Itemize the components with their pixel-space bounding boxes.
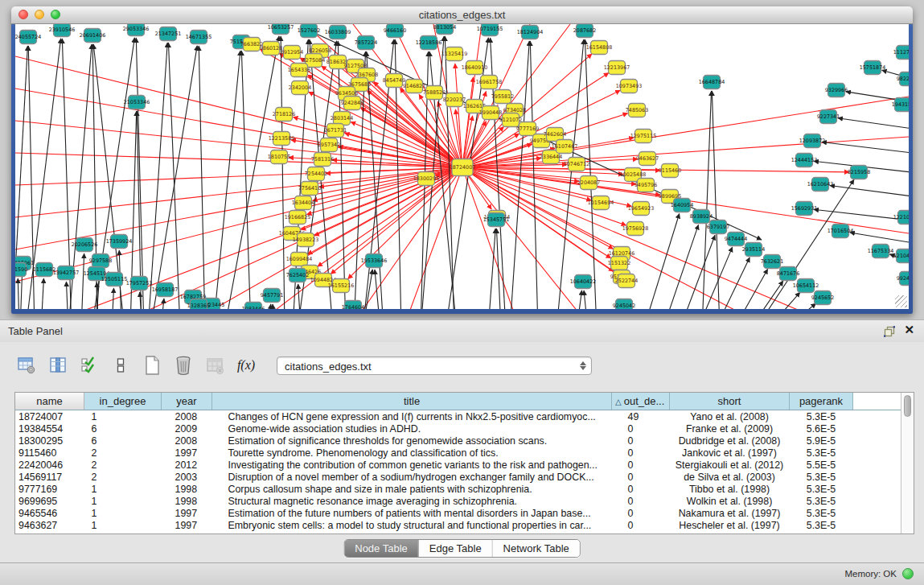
cell-title[interactable]: Changes of HCN gene expression and I(f) … bbox=[212, 410, 612, 423]
table-row[interactable]: 1938455462009Genome-wide association stu… bbox=[15, 422, 901, 435]
cell-title[interactable]: Investigating the contribution of common… bbox=[212, 459, 612, 471]
cell-year[interactable]: 1997 bbox=[162, 507, 212, 519]
cell-out_degree[interactable]: 0 bbox=[612, 507, 670, 519]
cell-year[interactable]: 1998 bbox=[162, 483, 212, 495]
cell-in_degree[interactable]: 1 bbox=[84, 495, 162, 507]
table-row[interactable]: 1872400712008Changes of HCN gene express… bbox=[15, 410, 901, 423]
cell-title[interactable]: Tourette syndrome. Phenomenology and cla… bbox=[212, 447, 612, 459]
cell-name[interactable]: 9115460 bbox=[15, 447, 84, 459]
node-table[interactable]: namein_degreeyeartitle△out_de...shortpag… bbox=[15, 393, 901, 531]
cell-pagerank[interactable]: 5.3E-5 bbox=[790, 483, 853, 495]
cell-year[interactable]: 2009 bbox=[162, 422, 212, 435]
table-row[interactable]: 2242004622012Investigating the contribut… bbox=[15, 459, 901, 471]
cell-name[interactable]: 18724007 bbox=[15, 410, 84, 423]
column-header-title[interactable]: title bbox=[212, 393, 612, 410]
cell-in_degree[interactable]: 2 bbox=[84, 459, 162, 471]
float-panel-icon[interactable] bbox=[884, 326, 895, 337]
cell-short[interactable]: Tibbo et al. (1998) bbox=[670, 483, 790, 495]
cell-title[interactable]: Genome-wide association studies in ADHD. bbox=[212, 422, 612, 435]
tab-node-table[interactable]: Node Table bbox=[344, 540, 419, 557]
column-header-name[interactable]: name bbox=[15, 393, 84, 410]
column-header-in_degree[interactable]: in_degree bbox=[84, 393, 162, 410]
cell-short[interactable]: Nakamura et al. (1997) bbox=[670, 507, 790, 519]
cell-out_degree[interactable]: 0 bbox=[612, 519, 670, 531]
cell-title[interactable]: Corpus callosum shape and size in male p… bbox=[212, 483, 612, 495]
table-vertical-scrollbar[interactable] bbox=[901, 393, 914, 534]
cell-name[interactable]: 9463627 bbox=[15, 519, 84, 531]
cell-year[interactable]: 1998 bbox=[162, 495, 212, 507]
cell-in_degree[interactable]: 2 bbox=[84, 471, 162, 483]
table-row[interactable]: 946362711997Embryonic stem cells: a mode… bbox=[15, 519, 901, 531]
cell-pagerank[interactable]: 5.3E-5 bbox=[790, 507, 853, 519]
cell-in_degree[interactable]: 2 bbox=[84, 447, 162, 459]
cell-short[interactable]: Dudbridge et al. (2008) bbox=[670, 435, 790, 447]
cell-pagerank[interactable]: 5.5E-5 bbox=[790, 459, 853, 471]
row-mode-icon[interactable] bbox=[110, 355, 131, 376]
cell-pagerank[interactable]: 5.3E-5 bbox=[790, 495, 853, 507]
cell-pagerank[interactable]: 5.3E-5 bbox=[790, 471, 853, 483]
canvas-resize-grip-icon[interactable] bbox=[895, 295, 907, 307]
cell-short[interactable]: Jankovic et al. (1997) bbox=[670, 447, 790, 459]
cell-pagerank[interactable]: 5.9E-5 bbox=[790, 435, 853, 447]
cell-title[interactable]: Estimation of the future numbers of pati… bbox=[212, 507, 612, 519]
cell-name[interactable]: 19384554 bbox=[15, 422, 84, 435]
close-panel-icon[interactable]: ✕ bbox=[904, 323, 914, 337]
cell-short[interactable]: Stergiakouli et al. (2012) bbox=[670, 459, 790, 471]
cell-title[interactable]: Embryonic stem cells: a model to study s… bbox=[212, 519, 612, 531]
cell-out_degree[interactable]: 0 bbox=[612, 459, 670, 471]
table-row[interactable]: 969969511998Structural magnetic resonanc… bbox=[15, 495, 901, 507]
cell-in_degree[interactable]: 1 bbox=[84, 483, 162, 495]
tab-edge-table[interactable]: Edge Table bbox=[419, 540, 493, 557]
cell-out_degree[interactable]: 0 bbox=[612, 471, 670, 483]
cell-short[interactable]: Hescheler et al. (1997) bbox=[670, 519, 790, 531]
cell-pagerank[interactable]: 5.3E-5 bbox=[790, 519, 853, 531]
cell-in_degree[interactable]: 1 bbox=[84, 519, 162, 531]
cell-year[interactable]: 2003 bbox=[162, 471, 212, 483]
cell-in_degree[interactable]: 1 bbox=[84, 507, 162, 519]
network-graph[interactable]: 1872400782260588275084818632891275082367… bbox=[15, 24, 909, 309]
cell-name[interactable]: 9777169 bbox=[15, 483, 84, 495]
cell-year[interactable]: 1997 bbox=[162, 519, 212, 531]
cell-short[interactable]: de Silva et al. (2003) bbox=[670, 471, 790, 483]
cell-year[interactable]: 1997 bbox=[162, 447, 212, 459]
cell-in_degree[interactable]: 6 bbox=[84, 435, 162, 447]
column-header-pagerank[interactable]: pagerank bbox=[790, 393, 853, 410]
cell-out_degree[interactable]: 49 bbox=[612, 410, 670, 423]
column-header-short[interactable]: short bbox=[670, 393, 790, 410]
cell-title[interactable]: Disruption of a novel member of a sodium… bbox=[212, 471, 612, 483]
cell-name[interactable]: 18300295 bbox=[15, 435, 84, 447]
cell-out_degree[interactable]: 0 bbox=[612, 422, 670, 435]
table-row[interactable]: 1830029562008Estimation of significance … bbox=[15, 435, 901, 447]
cell-out_degree[interactable]: 0 bbox=[612, 447, 670, 459]
cell-name[interactable]: 9699695 bbox=[15, 495, 84, 507]
cell-pagerank[interactable]: 5.6E-5 bbox=[790, 422, 853, 435]
delete-column-icon[interactable] bbox=[173, 355, 194, 376]
cell-short[interactable]: Franke et al. (2009) bbox=[670, 422, 790, 435]
cell-out_degree[interactable]: 0 bbox=[612, 483, 670, 495]
column-header-out_degree[interactable]: △out_de... bbox=[612, 393, 670, 410]
function-builder-icon[interactable]: f(x) bbox=[236, 355, 257, 376]
cell-out_degree[interactable]: 0 bbox=[612, 435, 670, 447]
network-window-titlebar[interactable]: citations_edges.txt bbox=[11, 6, 913, 24]
cell-short[interactable]: Wolkin et al. (1998) bbox=[670, 495, 790, 507]
table-settings-icon[interactable] bbox=[16, 355, 37, 376]
show-column-icon[interactable] bbox=[47, 355, 68, 376]
cell-title[interactable]: Structural magnetic resonance image aver… bbox=[212, 495, 612, 507]
cell-year[interactable]: 2008 bbox=[162, 435, 212, 447]
cell-out_degree[interactable]: 0 bbox=[612, 495, 670, 507]
table-row[interactable]: 946554611997Estimation of the future num… bbox=[15, 507, 901, 519]
table-row[interactable]: 977716911998Corpus callosum shape and si… bbox=[15, 483, 901, 495]
cell-in_degree[interactable]: 1 bbox=[84, 410, 162, 423]
table-row[interactable]: 911546021997Tourette syndrome. Phenomeno… bbox=[15, 447, 901, 459]
cell-short[interactable]: Yano et al. (2008) bbox=[670, 410, 790, 423]
scrollbar-thumb[interactable] bbox=[904, 395, 911, 417]
create-column-icon[interactable] bbox=[142, 355, 162, 376]
select-column-icon[interactable] bbox=[79, 355, 100, 376]
table-row[interactable]: 1456911722003Disruption of a novel membe… bbox=[15, 471, 901, 483]
cell-pagerank[interactable]: 5.3E-5 bbox=[790, 410, 853, 423]
cell-name[interactable]: 9465546 bbox=[15, 507, 84, 519]
cell-name[interactable]: 14569117 bbox=[15, 471, 84, 483]
table-select-dropdown[interactable]: citations_edges.txt bbox=[277, 356, 592, 375]
cell-pagerank[interactable]: 5.3E-5 bbox=[790, 447, 853, 459]
column-header-year[interactable]: year bbox=[162, 393, 212, 410]
